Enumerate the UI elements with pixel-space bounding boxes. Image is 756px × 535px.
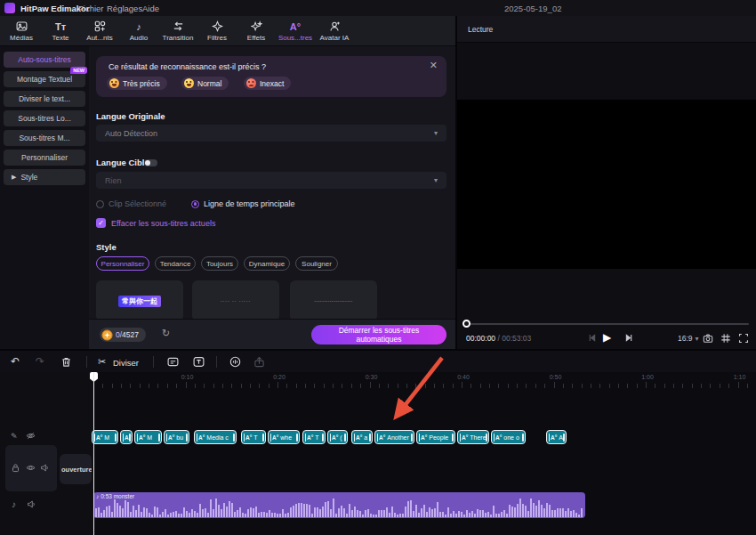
subtitle-clip[interactable]: A°bu (164, 430, 189, 444)
subtitle-clip[interactable]: A°There (457, 430, 489, 444)
waveform-bar (445, 515, 446, 517)
langue-cible-toggle[interactable] (144, 159, 157, 166)
style-tab-souligner[interactable]: Souligner (295, 256, 338, 271)
waveform-bar (439, 512, 441, 517)
subtitle-clip[interactable]: A°M (92, 430, 118, 444)
subtitle-clip[interactable]: A°M (134, 430, 162, 444)
seek-knob[interactable] (462, 320, 470, 328)
clear-subtitles-checkbox[interactable]: ✓ Effacer les sous-titres actuels (96, 218, 215, 228)
snapshot-camera-icon[interactable] (703, 333, 713, 344)
toolbar-item-aut-nts[interactable]: Aut...nts (80, 16, 119, 45)
split-scissors-icon[interactable]: ✂ (98, 355, 106, 368)
style-preview-1[interactable]: 常與你一起 (96, 280, 183, 321)
subtitle-clip[interactable]: A°a (351, 430, 373, 444)
style-preview-2[interactable]: ---- -- ----- (192, 280, 279, 321)
feedback-option-inexact[interactable]: Inexact (244, 77, 291, 90)
close-icon[interactable]: ✕ (430, 61, 438, 70)
split-label[interactable]: Diviser (113, 358, 139, 368)
waveform-bar (463, 515, 465, 517)
menu-reglages[interactable]: Réglages (107, 4, 142, 13)
timeline-ruler[interactable]: 0:100:200:300:400:501:001:10 (93, 372, 756, 392)
next-frame-icon[interactable] (624, 333, 634, 343)
subtitle-clip[interactable]: A°People (416, 430, 455, 444)
lock-icon[interactable] (11, 463, 20, 473)
track-controls-gutter: ✎ ouverture ♪ (0, 372, 93, 535)
subtitle-clip[interactable]: A°A (546, 430, 567, 444)
feedback-option-normal[interactable]: Normal (181, 77, 229, 90)
sidebar-item-sous-titres-lo[interactable]: Sous-titres Lo... (4, 110, 85, 126)
toolbar-item-sous-tres[interactable]: A°Sous...tres (276, 16, 315, 45)
video-clip-label[interactable]: ouverture (60, 454, 92, 484)
sidebar-item-style[interactable]: ▶Style (4, 169, 85, 185)
radio-clip-selectionne[interactable]: Clip Sélectionné (96, 199, 166, 208)
menu-fichier[interactable]: Fichier (78, 4, 104, 13)
radio-ligne-de-temps[interactable]: Ligne de temps principale (191, 199, 295, 208)
waveform-bar (231, 503, 233, 517)
subtitle-clip[interactable]: A°Media c (194, 430, 237, 444)
delete-trash-icon[interactable] (60, 356, 72, 368)
langue-cible-dropdown[interactable]: Rien ▾ (96, 172, 446, 189)
undo-icon[interactable]: ↶ (11, 355, 20, 368)
style-tab-toujours[interactable]: Toujours (201, 256, 238, 271)
langue-originale-dropdown[interactable]: Auto Détection ▾ (96, 125, 446, 142)
style-tab-tendance[interactable]: Tendance (155, 256, 196, 271)
waveform-bar (485, 513, 487, 517)
subtitle-clip[interactable]: A°Another (374, 430, 414, 444)
start-auto-subtitles-button[interactable]: Démarrer les sous-titres automatiques (311, 325, 446, 345)
waveform-bar (181, 514, 182, 517)
waveform-bar (189, 513, 190, 517)
sidebar-item-personnaliser[interactable]: Personnaliser (4, 150, 85, 166)
export-upload-icon[interactable] (253, 356, 265, 368)
ruler-tick (747, 384, 748, 388)
sidebar-item-auto-sous-titres[interactable]: Auto-sous-titres (4, 52, 85, 68)
waveform-bar (525, 506, 527, 517)
waveform-bar (191, 509, 193, 517)
music-note-icon[interactable]: ♪ (12, 499, 16, 510)
toolbar-item-texte[interactable]: TтTexte (41, 16, 80, 45)
sidebar-item-sous-titres-m[interactable]: Sous-titres M... (4, 130, 85, 146)
eye-icon[interactable] (26, 463, 36, 473)
sidebar-item-diviser-le-text[interactable]: Diviser le text... (4, 91, 85, 107)
waveform-bar (106, 507, 108, 517)
fullscreen-icon[interactable] (738, 333, 749, 344)
seek-bar[interactable] (464, 323, 749, 325)
waveform-bar (109, 506, 110, 517)
subtitle-clip[interactable]: A°A (120, 430, 133, 444)
subtitle-clip-icon: A° (421, 434, 427, 441)
style-preview-3[interactable]: -------------------- (290, 280, 377, 321)
toolbar-item-m-dias[interactable]: Médias (2, 16, 41, 45)
redo-icon[interactable]: ↷ (36, 355, 44, 368)
ruler-tick (286, 384, 287, 388)
style-tab-dynamique[interactable]: Dynamique (244, 256, 290, 271)
style-tab-personnaliser[interactable]: Personnaliser (96, 256, 149, 271)
play-icon[interactable]: ▶ (603, 331, 611, 344)
waveform-bar (197, 513, 198, 517)
caption-bubble-icon[interactable] (167, 356, 179, 368)
ruler-tick (140, 384, 141, 388)
toolbar-item-filtres[interactable]: Filtres (197, 16, 237, 45)
subtitle-clip[interactable]: A°T (302, 430, 326, 444)
voice-to-text-icon[interactable] (229, 356, 241, 368)
subtitle-clip[interactable]: A°whe (268, 430, 300, 444)
speaker-icon[interactable] (27, 499, 36, 509)
toolbar-item-audio[interactable]: ♪Audio (119, 16, 158, 45)
toolbar-item-avatar-ia[interactable]: Avatar IA (315, 16, 354, 45)
refresh-icon[interactable]: ↻ (162, 328, 170, 339)
menu-aide[interactable]: Aide (142, 4, 159, 13)
subtitle-clip[interactable]: A°T (241, 430, 266, 444)
text-box-icon[interactable] (193, 356, 205, 368)
grid-icon[interactable] (720, 333, 731, 344)
player-header: Lecture (457, 16, 756, 43)
waveform-bar (493, 506, 495, 517)
sidebar-item-montage-textuel[interactable]: Montage TextuelNEW (4, 71, 85, 87)
toolbar-item-transition[interactable]: Transition (158, 16, 197, 45)
subtitle-clip[interactable]: A°( (327, 430, 348, 444)
aspect-ratio-selector[interactable]: 16:9▾ (678, 334, 699, 343)
toolbar-item-effets[interactable]: Effets (237, 16, 276, 45)
feedback-option-tr-s-pr-cis[interactable]: Très précis (107, 77, 167, 90)
previous-frame-icon[interactable] (587, 333, 597, 343)
speaker-icon[interactable] (40, 463, 50, 473)
audio-clip[interactable]: ♪0:53 monster (93, 492, 585, 518)
subtitle-clip-icon: A° (245, 434, 252, 441)
subtitle-clip[interactable]: A°one o (491, 430, 526, 444)
